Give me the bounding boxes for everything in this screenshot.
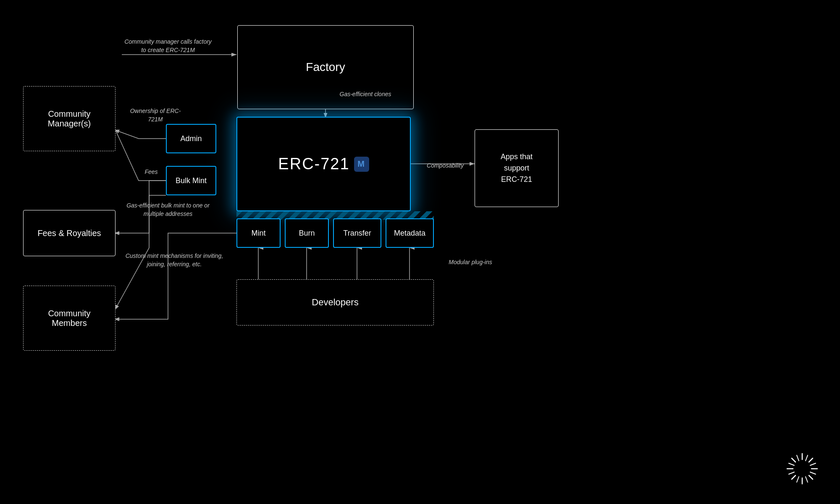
- annotation-ownership: Ownership of ERC-721M: [124, 107, 187, 123]
- erc721-label: ERC-721 M: [278, 155, 369, 173]
- svg-line-21: [789, 463, 794, 465]
- svg-line-22: [810, 472, 816, 474]
- svg-line-17: [797, 455, 799, 461]
- admin-label: Admin: [180, 134, 202, 143]
- apps-label: Apps that support ERC-721: [501, 151, 533, 185]
- svg-line-16: [792, 475, 795, 479]
- m-badge: M: [354, 157, 369, 172]
- transfer-box: Transfer: [333, 218, 381, 248]
- developers-label: Developers: [312, 297, 358, 308]
- svg-line-15: [809, 458, 813, 462]
- bulk-mint-box: Bulk Mint: [166, 166, 216, 195]
- developers-box: Developers: [236, 279, 434, 326]
- burn-label: Burn: [299, 229, 315, 238]
- erc721-box: ERC-721 M: [236, 117, 411, 211]
- svg-line-18: [806, 477, 808, 482]
- svg-line-19: [806, 455, 808, 461]
- metadata-box: Metadata: [386, 218, 434, 248]
- community-members-label: Community Members: [48, 309, 90, 328]
- annotation-gas-clones: Gas-efficient clones: [332, 90, 399, 99]
- admin-box: Admin: [166, 124, 216, 153]
- erc721-text: ERC-721: [278, 155, 349, 173]
- svg-line-13: [792, 458, 795, 462]
- annotation-calls-factory: Community manager calls factory to creat…: [122, 38, 214, 54]
- burn-box: Burn: [285, 218, 329, 248]
- annotation-gas-bulk: Gas-efficient bulk mint to one or multip…: [126, 202, 210, 218]
- community-members-box: Community Members: [23, 286, 116, 351]
- apps-box: Apps that support ERC-721: [475, 129, 559, 207]
- annotation-modular: Modular plug-ins: [441, 258, 500, 267]
- svg-line-24: [789, 472, 794, 474]
- svg-line-14: [809, 475, 813, 479]
- metadata-label: Metadata: [394, 229, 425, 238]
- mint-label: Mint: [251, 229, 265, 238]
- annotation-custom-mint: Custom mint mechanisms for inviting, joi…: [124, 252, 225, 268]
- annotation-composability: Composability: [420, 162, 470, 170]
- bulk-mint-label: Bulk Mint: [176, 176, 207, 185]
- svg-line-20: [797, 477, 799, 482]
- factory-label: Factory: [306, 60, 345, 74]
- fees-label: Fees & Royalties: [37, 228, 101, 238]
- transfer-label: Transfer: [343, 229, 371, 238]
- sunburst-icon: [785, 452, 819, 487]
- annotation-fees: Fees: [134, 168, 168, 176]
- community-manager-box: Community Manager(s): [23, 86, 116, 151]
- fees-box: Fees & Royalties: [23, 210, 116, 256]
- mint-box: Mint: [236, 218, 281, 248]
- svg-line-23: [810, 463, 816, 465]
- community-manager-label: Community Manager(s): [48, 109, 91, 129]
